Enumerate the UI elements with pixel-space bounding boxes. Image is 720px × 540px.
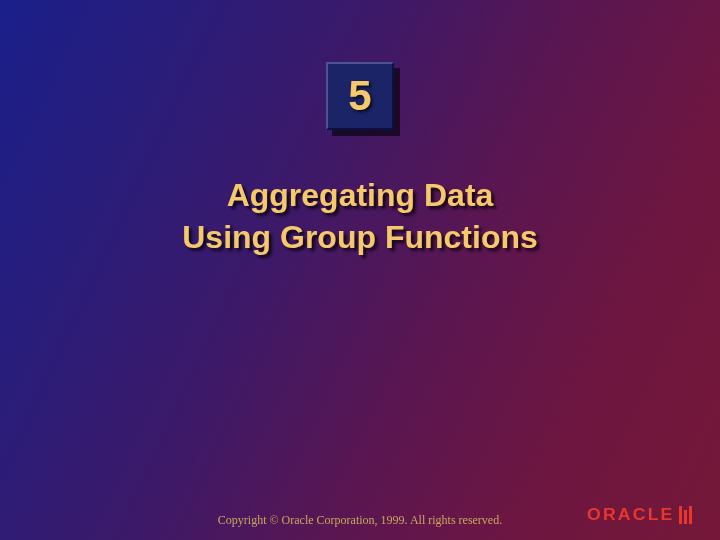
title-line-2: Using Group Functions: [0, 217, 720, 259]
oracle-logo: ORACLE: [591, 506, 692, 524]
oracle-logo-bars-icon: [679, 506, 692, 524]
chapter-box-container: 5: [326, 62, 394, 130]
chapter-number: 5: [348, 72, 371, 120]
title-line-1: Aggregating Data: [0, 175, 720, 217]
slide-title: Aggregating Data Using Group Functions: [0, 175, 720, 258]
slide: 5 Aggregating Data Using Group Functions…: [0, 0, 720, 540]
copyright-text: Copyright © Oracle Corporation, 1999. Al…: [218, 513, 502, 528]
chapter-box: 5: [326, 62, 394, 130]
oracle-logo-text: ORACLE: [587, 506, 675, 524]
